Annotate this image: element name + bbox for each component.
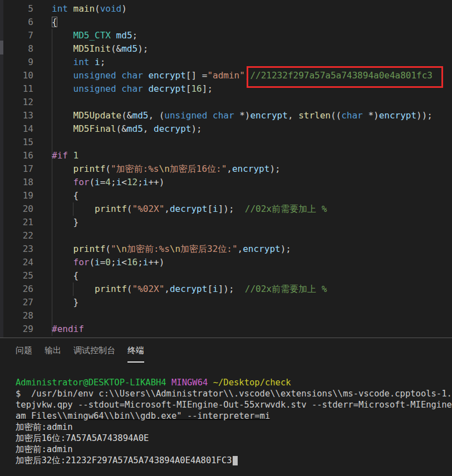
code-line[interactable]: 5int main(void) bbox=[0, 2, 433, 16]
terminal-line: 加密前:admin bbox=[16, 444, 452, 455]
line-number[interactable]: 7 bbox=[0, 29, 33, 42]
code-line[interactable]: 17 printf("加密前:%s\n加密后16位:",encrypt); bbox=[0, 162, 433, 176]
code-line[interactable]: 24 for(i=0;i<16;i++) bbox=[0, 256, 433, 269]
line-number[interactable]: 15 bbox=[0, 136, 33, 149]
panel-tab-terminal[interactable]: 终端 bbox=[127, 345, 144, 363]
code-text: printf("加密前:%s\n加密后16位:",encrypt); bbox=[52, 162, 281, 176]
code-text: MD5Final(&md5, decrypt); bbox=[52, 122, 202, 136]
terminal-line: 加密前:admin bbox=[16, 422, 452, 433]
code-line[interactable]: 15 bbox=[0, 136, 433, 149]
code-line[interactable]: 22 bbox=[0, 229, 433, 242]
code-line[interactable]: 12 bbox=[0, 96, 433, 109]
code-line[interactable]: 13 MD5Update(&md5, (unsigned char *)encr… bbox=[0, 109, 433, 122]
line-number[interactable]: 14 bbox=[0, 122, 33, 136]
code-text: } bbox=[52, 216, 78, 229]
code-text: unsigned char decrypt[16]; bbox=[52, 82, 213, 96]
code-line[interactable]: 16#if 1 bbox=[0, 149, 433, 162]
line-number[interactable]: 8 bbox=[0, 42, 33, 56]
terminal-line: 加密后32位:21232F297A57A5A743894A0E4A801FC3 bbox=[16, 455, 452, 466]
terminal-line: Administrator@DESKTOP-LIKABH4 MINGW64 ~/… bbox=[16, 377, 452, 388]
line-number[interactable]: 5 bbox=[0, 2, 33, 16]
code-line[interactable]: 11 unsigned char decrypt[16]; bbox=[0, 82, 433, 96]
terminal-line: 加密后16位:7A57A5A743894A0E bbox=[16, 433, 452, 444]
code-line[interactable]: 27 } bbox=[0, 296, 433, 309]
code-line[interactable]: 18 for(i=4;i<12;i++) bbox=[0, 176, 433, 189]
line-number[interactable]: 20 bbox=[0, 202, 33, 216]
terminal-output[interactable]: Administrator@DESKTOP-LIKABH4 MINGW64 ~/… bbox=[16, 377, 452, 466]
vscode-window: 5int main(void)6{7 MD5_CTX md5;8 MD5Init… bbox=[0, 0, 452, 476]
code-text: MD5Init(&md5); bbox=[52, 42, 148, 56]
line-number[interactable]: 9 bbox=[0, 56, 33, 69]
code-text: MD5_CTX md5; bbox=[52, 29, 137, 42]
code-editor[interactable]: 5int main(void)6{7 MD5_CTX md5;8 MD5Init… bbox=[0, 0, 452, 338]
code-text: for(i=4;i<12;i++) bbox=[52, 176, 164, 189]
line-number[interactable]: 19 bbox=[0, 189, 33, 202]
line-number[interactable]: 11 bbox=[0, 82, 33, 96]
code-text: { bbox=[52, 189, 78, 202]
code-text: for(i=0;i<16;i++) bbox=[52, 256, 164, 269]
code-line[interactable]: 14 MD5Final(&md5, decrypt); bbox=[0, 122, 433, 136]
code-line[interactable]: 21 } bbox=[0, 216, 433, 229]
line-number[interactable]: 16 bbox=[0, 149, 33, 162]
code-text: MD5Update(&md5, (unsigned char *)encrypt… bbox=[52, 109, 433, 122]
line-number[interactable]: 26 bbox=[0, 282, 33, 296]
line-number[interactable]: 13 bbox=[0, 109, 33, 122]
line-number[interactable]: 28 bbox=[0, 309, 33, 323]
code-line[interactable]: 7 MD5_CTX md5; bbox=[0, 29, 433, 42]
code-text: #endif bbox=[52, 323, 84, 336]
code-line[interactable]: 29#endif bbox=[0, 323, 433, 336]
code-lines: 5int main(void)6{7 MD5_CTX md5;8 MD5Init… bbox=[0, 2, 433, 338]
terminal-cursor bbox=[233, 456, 238, 465]
line-number[interactable]: 12 bbox=[0, 96, 33, 109]
code-line[interactable]: 23 printf("\n加密前:%s\n加密后32位:",encrypt); bbox=[0, 242, 433, 256]
code-text: int main(void) bbox=[52, 2, 127, 16]
code-text: #if 1 bbox=[52, 149, 78, 162]
code-line[interactable]: 19 { bbox=[0, 189, 433, 202]
code-line[interactable]: 26 printf("%02X",decrypt[i]); //02x前需要加上… bbox=[0, 282, 433, 296]
line-number[interactable]: 17 bbox=[0, 162, 33, 176]
code-line[interactable]: 28 bbox=[0, 309, 433, 323]
panel-tabs: 问题输出调试控制台终端 bbox=[16, 345, 156, 363]
terminal-line: $ /usr/bin/env c:\\Users\\Administrator\… bbox=[16, 388, 452, 399]
code-text: int i; bbox=[52, 56, 105, 69]
panel-tab-output[interactable]: 输出 bbox=[45, 345, 61, 361]
code-line[interactable]: 25 { bbox=[0, 269, 433, 282]
code-line[interactable]: 8 MD5Init(&md5); bbox=[0, 42, 433, 56]
line-number[interactable]: 6 bbox=[0, 16, 33, 29]
terminal-line: tepjvkw.qpy --stdout=Microsoft-MIEngine-… bbox=[16, 399, 452, 410]
code-text: printf("%02X",decrypt[i]); //02x前需要加上 % bbox=[52, 202, 327, 216]
code-text: { bbox=[52, 16, 57, 29]
line-number[interactable]: 10 bbox=[0, 69, 33, 82]
line-number[interactable]: 27 bbox=[0, 296, 33, 309]
code-line[interactable]: 9 int i; bbox=[0, 56, 433, 69]
line-number[interactable]: 25 bbox=[0, 269, 33, 282]
code-text: unsigned char encrypt[] ="admin";//21232… bbox=[52, 69, 433, 82]
code-line[interactable]: 6{ bbox=[0, 16, 433, 29]
code-line[interactable]: 10 unsigned char encrypt[] ="admin";//21… bbox=[0, 69, 433, 82]
line-number[interactable]: 21 bbox=[0, 216, 33, 229]
terminal-line: am Files\\mingw64\\bin\\gdb.exe" --inter… bbox=[16, 410, 452, 422]
code-line[interactable]: 20 printf("%02X",decrypt[i]); //02x前需要加上… bbox=[0, 202, 433, 216]
panel-tab-debug-console[interactable]: 调试控制台 bbox=[73, 345, 115, 361]
panel-tab-problems[interactable]: 问题 bbox=[16, 345, 32, 361]
line-number[interactable]: 22 bbox=[0, 229, 33, 242]
line-number[interactable]: 23 bbox=[0, 242, 33, 256]
line-number[interactable]: 18 bbox=[0, 176, 33, 189]
code-text: printf("%02X",decrypt[i]); //02x前需要加上 % bbox=[52, 282, 327, 296]
bottom-panel: 问题输出调试控制台终端 Administrator@DESKTOP-LIKABH… bbox=[0, 338, 452, 476]
line-number[interactable]: 24 bbox=[0, 256, 33, 269]
line-number[interactable]: 29 bbox=[0, 323, 33, 336]
code-text: { bbox=[52, 269, 78, 282]
code-text: } bbox=[52, 296, 78, 309]
code-text: printf("\n加密前:%s\n加密后32位:",encrypt); bbox=[52, 242, 291, 256]
